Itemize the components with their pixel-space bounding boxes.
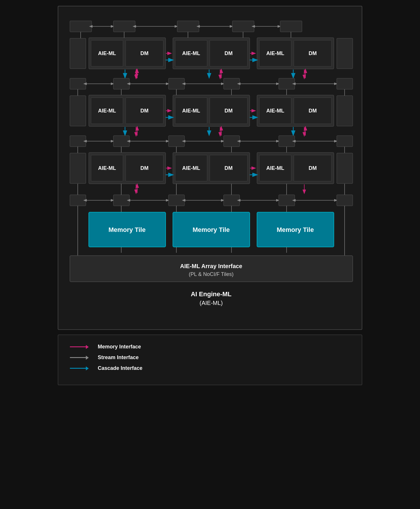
legend-item-stream: Stream Interface	[70, 355, 350, 361]
tile-r3-c3-aie: AIE-ML	[266, 165, 284, 171]
svg-rect-70	[337, 96, 353, 126]
tile-r1-c2-aie: AIE-ML	[182, 50, 200, 56]
memory-interface-label: Memory Interface	[98, 344, 141, 350]
diagram-svg-container: AIE-ML DM AIE-ML DM AIE-ML DM	[64, 15, 357, 323]
svg-rect-86	[169, 136, 184, 147]
memory-tile-1: Memory Tile	[108, 226, 146, 233]
tile-r3-c1-aie: AIE-ML	[98, 165, 116, 171]
svg-rect-9	[280, 21, 302, 32]
svg-rect-84	[113, 136, 129, 147]
svg-rect-41	[70, 78, 86, 89]
tile-r1-c2-dm: DM	[225, 50, 233, 56]
svg-rect-123	[70, 195, 86, 206]
legend-section: Memory Interface Stream Interface Cascad…	[58, 335, 362, 385]
interface-bar-line1: AIE-ML Array Interface	[180, 263, 242, 269]
svg-rect-88	[224, 136, 240, 147]
tile-r1-c1-dm: DM	[140, 50, 149, 56]
tile-r1-c1-aie: AIE-ML	[98, 50, 116, 56]
stream-arrow-icon	[70, 356, 93, 360]
legend-item-memory: Memory Interface	[70, 344, 350, 350]
svg-rect-49	[279, 78, 295, 89]
stream-interface-label: Stream Interface	[98, 355, 139, 361]
svg-rect-99	[70, 153, 86, 183]
svg-rect-51	[337, 78, 353, 89]
tile-r2-c3-aie: AIE-ML	[266, 108, 284, 114]
tile-r3-c3-dm: DM	[309, 165, 317, 171]
cascade-arrow-icon	[70, 366, 93, 370]
tile-r1-c3-dm: DM	[309, 50, 317, 56]
svg-rect-92	[337, 136, 353, 147]
svg-rect-133	[337, 195, 353, 206]
memory-tile-2: Memory Tile	[193, 226, 230, 233]
svg-rect-3	[113, 21, 135, 32]
tile-r3-c2-dm: DM	[225, 165, 233, 171]
memory-arrow-icon	[70, 345, 93, 349]
tile-r2-c1-dm: DM	[140, 108, 149, 114]
svg-rect-125	[113, 195, 129, 206]
main-diagram-svg: AIE-ML DM AIE-ML DM AIE-ML DM	[64, 15, 357, 322]
svg-rect-47	[224, 78, 240, 89]
tile-r2-c2-aie: AIE-ML	[182, 108, 200, 114]
svg-rect-7	[232, 21, 254, 32]
cascade-interface-label: Cascade Interface	[98, 365, 142, 371]
svg-rect-111	[337, 153, 353, 183]
svg-rect-15	[70, 38, 86, 69]
tile-r3-c1-dm: DM	[140, 165, 149, 171]
bottom-label-line1: AI Engine-ML	[191, 290, 232, 298]
tile-r2-c2-dm: DM	[225, 108, 233, 114]
diagram-area: AIE-ML DM AIE-ML DM AIE-ML DM	[58, 6, 362, 330]
svg-rect-131	[279, 195, 295, 206]
tile-r2-c3-dm: DM	[309, 108, 317, 114]
svg-rect-58	[70, 96, 86, 126]
svg-rect-82	[70, 136, 86, 147]
svg-rect-43	[113, 78, 129, 89]
svg-rect-1	[70, 21, 92, 32]
interface-bar-line2: (PL & NoCI/F Tiles)	[189, 271, 233, 277]
memory-tile-3: Memory Tile	[277, 226, 314, 233]
tile-r2-c1-aie: AIE-ML	[98, 108, 116, 114]
tile-r3-c2-aie: AIE-ML	[182, 165, 200, 171]
svg-rect-27	[337, 38, 353, 69]
svg-rect-127	[169, 195, 184, 206]
svg-rect-129	[224, 195, 240, 206]
legend-item-cascade: Cascade Interface	[70, 365, 350, 371]
tile-r1-c3-aie: AIE-ML	[266, 50, 284, 56]
svg-rect-90	[279, 136, 295, 147]
bottom-label-line2: (AIE-ML)	[200, 300, 223, 306]
svg-rect-45	[169, 78, 184, 89]
svg-rect-5	[177, 21, 199, 32]
